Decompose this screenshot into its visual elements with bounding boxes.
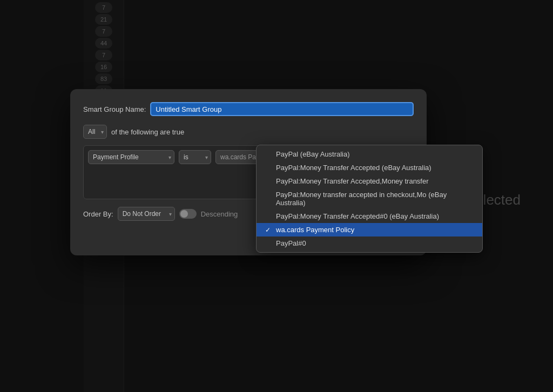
descending-toggle[interactable] [179,209,197,219]
dropdown-item-label: wa.cards Payment Policy [276,226,354,234]
filter-header-row: All of the following are true [83,125,414,139]
dropdown-item-label: PayPal:Money transfer accepted in checko… [276,191,474,207]
payment-profile-select[interactable]: Payment Profile [88,150,174,164]
name-row: Smart Group Name: [83,102,414,116]
dropdown-item-wa-cards[interactable]: ✓wa.cards Payment Policy [257,223,482,236]
order-by-select-wrapper: Do Not Order [118,207,175,221]
toggle-thumb [180,210,188,218]
is-select-wrapper: is [179,150,211,164]
checkmark-icon: ✓ [265,226,274,234]
dropdown-item-label: PayPal#0 [276,239,306,247]
filter-text: of the following are true [111,128,184,136]
smart-group-name-input[interactable] [150,102,414,116]
dropdown-item-label: PayPal:Money Transfer Accepted,Money tra… [276,177,429,185]
order-by-select[interactable]: Do Not Order [118,207,175,221]
dropdown-item-money-transfer-0[interactable]: PayPal:Money Transfer Accepted#0 (eBay A… [257,209,482,223]
is-select[interactable]: is [179,150,211,164]
payment-profile-select-wrapper: Payment Profile [88,150,174,164]
dropdown-item-money-transfer-ebay-au[interactable]: PayPal:Money Transfer Accepted (eBay Aus… [257,161,482,174]
descending-label: Descending [201,210,238,218]
dropdown-item-paypal-0[interactable]: PayPal#0 [257,236,482,250]
dropdown-item-money-transfer-accepted[interactable]: PayPal:Money Transfer Accepted,Money tra… [257,174,482,188]
dropdown-item-money-transfer-checkout[interactable]: PayPal:Money transfer accepted in checko… [257,188,482,209]
smart-group-label: Smart Group Name: [83,105,146,113]
payment-policy-dropdown: PayPal (eBay Australia)PayPal:Money Tran… [256,145,483,253]
order-by-label: Order By: [83,210,113,218]
dropdown-item-label: PayPal (eBay Australia) [276,150,350,158]
all-select[interactable]: All [83,125,107,139]
dropdown-item-label: PayPal:Money Transfer Accepted (eBay Aus… [276,164,431,172]
all-select-wrapper: All [83,125,107,139]
dropdown-item-label: PayPal:Money Transfer Accepted#0 (eBay A… [276,212,439,220]
dropdown-item-paypal-ebay-au[interactable]: PayPal (eBay Australia) [257,147,482,161]
